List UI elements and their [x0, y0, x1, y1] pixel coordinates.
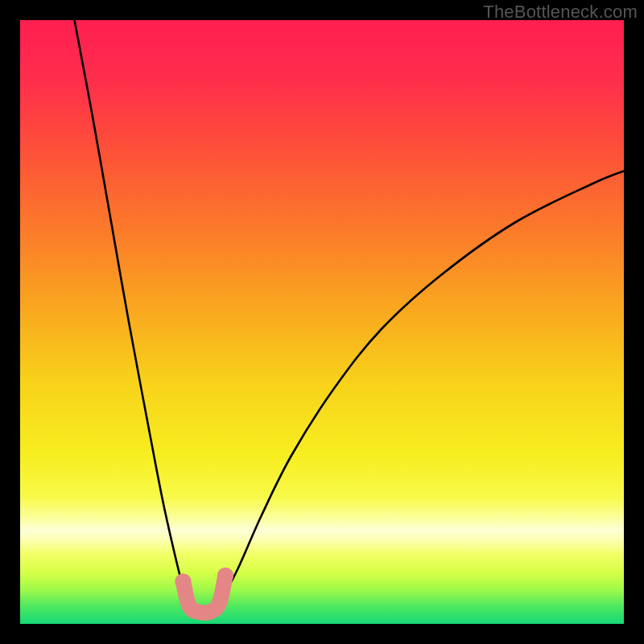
bottleneck-curve	[75, 20, 625, 613]
highlight-end-left	[175, 573, 191, 589]
plot-area	[20, 20, 624, 624]
outer-frame: TheBottleneck.com	[0, 0, 644, 644]
highlight-end-right	[217, 568, 233, 584]
curve-layer	[20, 20, 624, 624]
watermark-text: TheBottleneck.com	[483, 2, 638, 23]
